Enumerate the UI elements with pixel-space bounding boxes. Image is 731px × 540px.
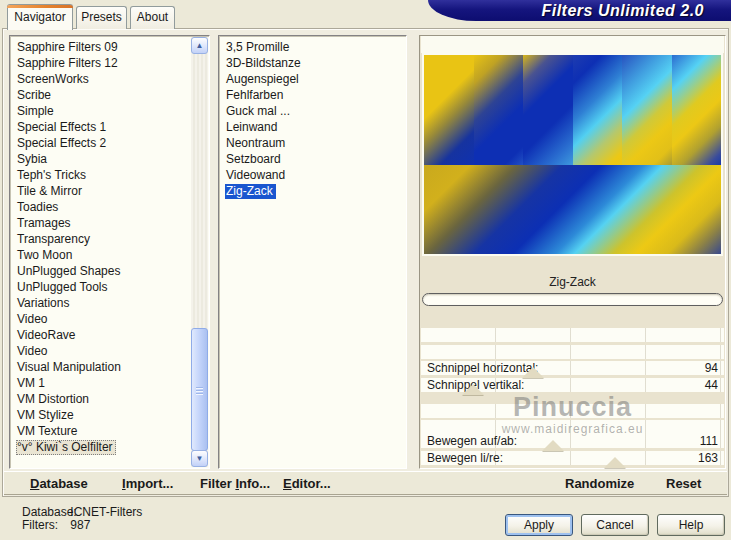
preview-image (424, 55, 721, 254)
category-list-item[interactable]: Simple (10, 103, 209, 119)
selected-filter-name: Zig-Zack (420, 274, 725, 290)
filter-label: Neontraum (225, 136, 288, 151)
category-list-item[interactable]: Scribe (10, 87, 209, 103)
category-label: Teph's Tricks (16, 168, 89, 183)
scrollbar-down-icon[interactable]: ▼ (191, 450, 208, 467)
category-list-item[interactable]: VM Texture (10, 423, 209, 439)
category-list-item[interactable]: Tile & Mirror (10, 183, 209, 199)
category-list-item[interactable]: VideoRave (10, 327, 209, 343)
param-value: 44 (705, 378, 718, 392)
category-list-item[interactable]: VM Stylize (10, 407, 209, 423)
tab-presets[interactable]: Presets (76, 6, 127, 29)
filter-label: Videowand (225, 168, 288, 183)
scrollbar-thumb[interactable] (191, 328, 208, 451)
filter-list-item[interactable]: Guck mal ... (219, 103, 406, 119)
reset-button[interactable]: Reset (666, 472, 701, 496)
filter-list-item[interactable]: Augenspiegel (219, 71, 406, 87)
tab-label: Navigator (14, 10, 65, 24)
category-list-item[interactable]: Sapphire Filters 09 (10, 39, 209, 55)
category-label: VideoRave (16, 328, 79, 343)
editor-button[interactable]: Editor... (283, 472, 331, 496)
category-label: VM Texture (16, 424, 80, 439)
param-slider-row[interactable]: Bewegen li/re: 163 (421, 451, 724, 465)
category-label: VM Distortion (16, 392, 92, 407)
import-button[interactable]: Import... (122, 472, 173, 496)
category-list-item[interactable]: UnPlugged Shapes (10, 263, 209, 279)
category-list-item[interactable]: Toadies (10, 199, 209, 215)
filter-info-button[interactable]: Filter Info... (200, 472, 270, 496)
filter-list-item[interactable]: 3D-Bildstanze (219, 55, 406, 71)
filter-list: 3,5 Promille 3D-Bildstanze Augenspiegel … (219, 39, 406, 199)
filter-label: Zig-Zack (225, 184, 276, 199)
category-list-item[interactable]: Sybia (10, 151, 209, 167)
filter-list-item[interactable]: Neontraum (219, 135, 406, 151)
dialog-button-row: Apply Cancel Help (0, 514, 731, 536)
category-list-item[interactable]: Sapphire Filters 12 (10, 55, 209, 71)
param-label: Bewegen auf/ab: (427, 434, 517, 448)
param-slider-row[interactable] (421, 345, 724, 359)
category-list-item[interactable]: Two Moon (10, 247, 209, 263)
category-scrollbar[interactable]: ▲ ▼ (191, 37, 208, 467)
slider-thumb[interactable] (522, 367, 544, 378)
filter-list-item[interactable]: 3,5 Promille (219, 39, 406, 55)
category-label: Transparency (16, 232, 93, 247)
param-slider-row[interactable] (421, 420, 724, 434)
param-label: Bewegen li/re: (427, 451, 503, 465)
category-list-item[interactable]: Video (10, 311, 209, 327)
app-title: Filters Unlimited 2.0 (541, 2, 704, 19)
slider-thumb[interactable] (542, 440, 564, 451)
category-label: Video (16, 344, 50, 359)
category-list-item[interactable]: Special Effects 2 (10, 135, 209, 151)
preview-zigzag-segment (523, 55, 573, 165)
filter-label: 3D-Bildstanze (225, 56, 304, 71)
category-label: Scribe (16, 88, 54, 103)
param-slider-row[interactable] (421, 404, 724, 418)
category-list-item[interactable]: °v° Kiwi`s Oelfilter (10, 439, 209, 455)
filter-list-item[interactable]: Zig-Zack (219, 183, 406, 199)
category-label: Simple (16, 104, 57, 119)
category-list-item[interactable]: Transparency (10, 231, 209, 247)
category-list-item[interactable]: Tramages (10, 215, 209, 231)
category-list-item[interactable]: Special Effects 1 (10, 119, 209, 135)
category-list-item[interactable]: Teph's Tricks (10, 167, 209, 183)
tab-about[interactable]: About (130, 6, 175, 29)
slider-thumb[interactable] (462, 384, 484, 395)
category-label: Variations (16, 296, 72, 311)
category-list-item[interactable]: Video (10, 343, 209, 359)
param-value: 111 (700, 434, 718, 448)
preview-zigzag-segment (424, 55, 474, 165)
category-list-item[interactable]: Visual Manipulation (10, 359, 209, 375)
param-slider-row[interactable]: Schnippel vertikal: 44 (421, 378, 724, 392)
randomize-button[interactable]: Randomize (565, 472, 634, 496)
category-list-item[interactable]: Variations (10, 295, 209, 311)
preview-frame (422, 53, 723, 256)
filter-list-item[interactable]: Leinwand (219, 119, 406, 135)
category-list-item[interactable]: ScreenWorks (10, 71, 209, 87)
filter-list-item[interactable]: Setzboard (219, 151, 406, 167)
category-list-item[interactable]: UnPlugged Tools (10, 279, 209, 295)
filter-list-item[interactable]: Videowand (219, 167, 406, 183)
scrollbar-up-icon[interactable]: ▲ (191, 37, 208, 54)
category-label: UnPlugged Shapes (16, 264, 123, 279)
param-slider-row[interactable]: Schnippel horizontal: 94 (421, 361, 724, 375)
apply-button[interactable]: Apply (505, 514, 573, 536)
cancel-button[interactable]: Cancel (581, 514, 649, 536)
category-list-item[interactable]: VM Distortion (10, 391, 209, 407)
filter-label: Fehlfarben (225, 88, 286, 103)
database-button[interactable]: Database (30, 472, 88, 496)
slider-thumb[interactable] (604, 457, 626, 468)
tab-navigator[interactable]: Navigator (7, 4, 73, 30)
preview-gradient-band (424, 165, 721, 254)
filter-label: Augenspiegel (225, 72, 302, 87)
category-list-item[interactable]: VM 1 (10, 375, 209, 391)
filter-list-item[interactable]: Fehlfarben (219, 87, 406, 103)
filter-label: 3,5 Promille (225, 40, 292, 55)
category-label: ScreenWorks (16, 72, 92, 87)
category-label: Visual Manipulation (16, 360, 124, 375)
param-slider-row[interactable]: Bewegen auf/ab: 111 (421, 434, 724, 448)
category-label: Sapphire Filters 09 (16, 40, 121, 55)
param-value: 94 (705, 361, 718, 375)
help-button[interactable]: Help (657, 514, 725, 536)
param-slider-row[interactable] (421, 328, 724, 342)
category-label: Special Effects 2 (16, 136, 109, 151)
